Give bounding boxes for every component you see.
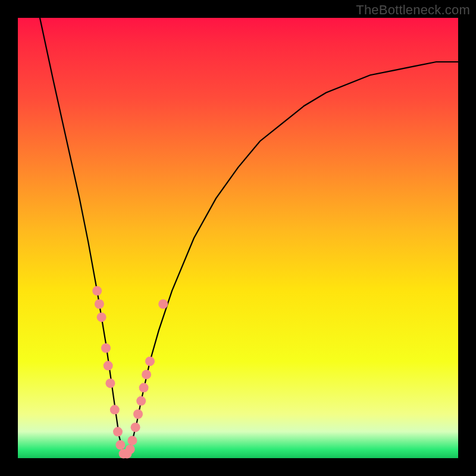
- marker-dot: [104, 361, 113, 371]
- watermark-text: TheBottleneck.com: [356, 2, 470, 18]
- curve-overlay: [18, 18, 458, 458]
- marker-dot: [142, 369, 151, 379]
- marker-dot: [136, 396, 146, 406]
- chart-frame: TheBottleneck.com: [0, 0, 476, 476]
- plot-area: [18, 18, 458, 458]
- marker-dot: [126, 444, 135, 454]
- marker-dot: [113, 427, 123, 437]
- marker-dot: [139, 383, 149, 393]
- marker-dot: [105, 378, 115, 388]
- bottleneck-curve: [40, 18, 458, 454]
- marker-dot: [95, 299, 104, 309]
- marker-dot: [158, 299, 168, 309]
- marker-group: [92, 286, 168, 459]
- marker-dot: [97, 312, 107, 322]
- marker-dot: [133, 409, 143, 419]
- marker-dot: [92, 286, 102, 296]
- marker-dot: [101, 343, 111, 353]
- marker-dot: [115, 440, 125, 450]
- marker-dot: [131, 422, 140, 432]
- marker-dot: [110, 405, 120, 415]
- marker-dot: [145, 356, 155, 366]
- marker-dot: [127, 436, 137, 445]
